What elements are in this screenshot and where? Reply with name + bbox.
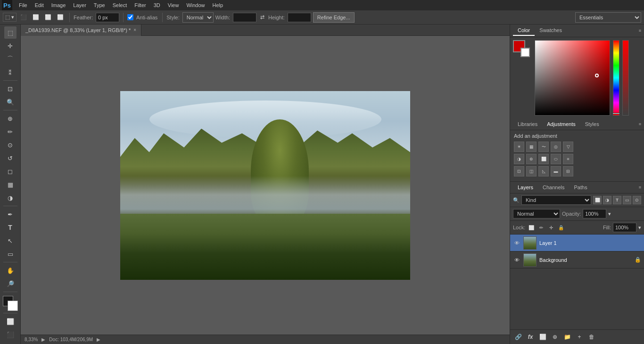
screen-mode-btn[interactable]: ⬛	[4, 328, 17, 341]
marquee-option1[interactable]: ⬛	[18, 13, 29, 21]
healing-tool[interactable]: ⊕	[4, 112, 17, 125]
document-tab[interactable]: _D8A1939.NEF @ 8,33% (Layer 1, RGB/8*) *…	[21, 25, 141, 36]
adj-exposure-icon[interactable]: ◎	[551, 142, 561, 152]
menu-layer[interactable]: Layer	[69, 1, 90, 9]
add-layer-icon[interactable]: +	[574, 332, 585, 342]
refine-edge-btn[interactable]: Refine Edge...	[313, 12, 355, 23]
fill-input[interactable]	[613, 223, 636, 232]
adj-levels-icon[interactable]: ▦	[526, 142, 537, 152]
adj-threshold-icon[interactable]: ◺	[538, 166, 549, 176]
adj-curves-icon[interactable]: 〜	[538, 142, 549, 152]
styles-tab[interactable]: Styles	[580, 119, 604, 129]
filter-pixel-icon[interactable]: ⬜	[593, 196, 602, 204]
text-tool[interactable]: T	[4, 221, 17, 234]
eyedropper-tool[interactable]: 🔍	[4, 96, 17, 108]
menu-type[interactable]: Type	[90, 1, 109, 9]
add-group-icon[interactable]: 📁	[562, 332, 572, 342]
marquee-tool-btn[interactable]: ⬚ ▾	[3, 13, 17, 22]
opacity-arrow[interactable]: ▾	[608, 211, 611, 217]
gradient-tool[interactable]: ▦	[4, 178, 17, 191]
lock-all-icon[interactable]: 🔒	[557, 223, 565, 232]
color-gradient[interactable]	[535, 40, 610, 116]
adj-bw-icon[interactable]: ⬜	[538, 154, 549, 164]
clone-stamp-tool[interactable]: ⊙	[4, 139, 17, 151]
adj-hsl-icon[interactable]: ◑	[514, 154, 524, 164]
paths-tab[interactable]: Paths	[570, 183, 592, 192]
filter-adjust-icon[interactable]: ◑	[603, 196, 611, 204]
swap-dimensions-btn[interactable]: ⇄	[258, 13, 266, 21]
opacity-input[interactable]	[583, 209, 606, 218]
hue-bar[interactable]	[613, 40, 619, 116]
history-brush-tool[interactable]: ↺	[4, 152, 17, 164]
delete-layer-icon[interactable]: 🗑	[586, 332, 597, 342]
color-panel-menu[interactable]: ≡	[639, 28, 641, 33]
brush-tool[interactable]: ✏	[4, 126, 17, 138]
width-input[interactable]	[233, 13, 256, 22]
swatches-tab[interactable]: Swatches	[535, 25, 567, 36]
shape-tool[interactable]: ▭	[4, 248, 17, 260]
background-visibility[interactable]: 👁	[513, 256, 520, 264]
menu-view[interactable]: View	[164, 1, 183, 9]
zoom-tool[interactable]: 🔎	[4, 277, 17, 290]
magic-wand-tool[interactable]: ⁑	[4, 66, 17, 78]
libraries-tab[interactable]: Libraries	[513, 119, 542, 129]
background-color[interactable]	[8, 301, 18, 311]
lock-paint-icon[interactable]: ✏	[537, 223, 545, 232]
filter-shape-icon[interactable]: ▭	[623, 196, 631, 204]
marquee-option3[interactable]: ⬜	[43, 13, 53, 21]
add-fx-icon[interactable]: fx	[525, 332, 536, 342]
adj-brightness-icon[interactable]: ☀	[514, 142, 524, 152]
filter-text-icon[interactable]: T	[613, 196, 621, 204]
marquee-option4[interactable]: ⬜	[55, 13, 66, 21]
marquee-option2[interactable]: ⬜	[31, 13, 41, 21]
adj-vibrance-icon[interactable]: ▽	[563, 142, 573, 152]
feather-input[interactable]	[96, 13, 119, 22]
menu-window[interactable]: Window	[182, 1, 208, 9]
blend-mode-select[interactable]: Normal	[513, 209, 560, 218]
status-arrow[interactable]: ▶	[41, 337, 45, 342]
adj-photofilter-icon[interactable]: ⬭	[551, 154, 561, 164]
style-select[interactable]: Normal	[182, 12, 214, 23]
adj-posterize-icon[interactable]: ◫	[526, 166, 537, 176]
adj-panel-menu[interactable]: ≡	[639, 122, 641, 126]
pen-tool[interactable]: ✒	[4, 208, 17, 220]
eraser-tool[interactable]: ◻	[4, 165, 17, 177]
lock-pixels-icon[interactable]: ⬜	[527, 223, 536, 232]
fill-arrow[interactable]: ▾	[638, 225, 641, 231]
color-tab[interactable]: Color	[513, 25, 535, 36]
canvas-wrapper[interactable]	[21, 36, 510, 335]
lock-position-icon[interactable]: ✛	[547, 223, 555, 232]
filter-smart-icon[interactable]: ⊙	[633, 196, 641, 204]
move-tool[interactable]: ✛	[4, 40, 17, 52]
add-link-icon[interactable]: 🔗	[513, 332, 523, 342]
hand-tool[interactable]: ✋	[4, 264, 17, 277]
adjustments-tab[interactable]: Adjustments	[542, 119, 580, 129]
essentials-select[interactable]: Essentials	[575, 12, 641, 23]
status-expand[interactable]: ▶	[97, 337, 100, 342]
quick-mask-btn[interactable]: ⬜	[4, 315, 17, 327]
background-preview[interactable]	[520, 48, 530, 57]
layer-item-layer1[interactable]: 👁 Layer 1	[510, 235, 644, 252]
menu-filter[interactable]: Filter	[131, 1, 149, 9]
doc-tab-close[interactable]: ×	[133, 27, 136, 33]
height-input[interactable]	[288, 13, 311, 22]
alpha-bar[interactable]	[622, 40, 629, 116]
menu-file[interactable]: File	[15, 1, 31, 9]
add-adjustment-icon[interactable]: ⊕	[550, 332, 560, 342]
kind-select[interactable]: Kind	[521, 195, 591, 205]
adj-colorbalance-icon[interactable]: ⊛	[526, 154, 537, 164]
adj-channelmix-icon[interactable]: ≡	[563, 154, 573, 164]
lasso-tool[interactable]: ⌒	[4, 53, 17, 65]
menu-image[interactable]: Image	[48, 1, 70, 9]
menu-help[interactable]: Help	[209, 1, 227, 9]
menu-select[interactable]: Select	[109, 1, 131, 9]
adj-selective-icon[interactable]: ⊟	[563, 166, 573, 176]
layer-item-background[interactable]: 👁 Background 🔒	[510, 252, 644, 268]
layers-tab[interactable]: Layers	[513, 183, 538, 192]
layer1-visibility[interactable]: 👁	[513, 239, 520, 247]
adj-invert-icon[interactable]: ⊡	[514, 166, 524, 176]
menu-3d[interactable]: 3D	[150, 1, 164, 9]
adj-gradmap-icon[interactable]: ▬	[551, 166, 561, 176]
path-select-tool[interactable]: ↖	[4, 235, 17, 247]
menu-edit[interactable]: Edit	[31, 1, 48, 9]
